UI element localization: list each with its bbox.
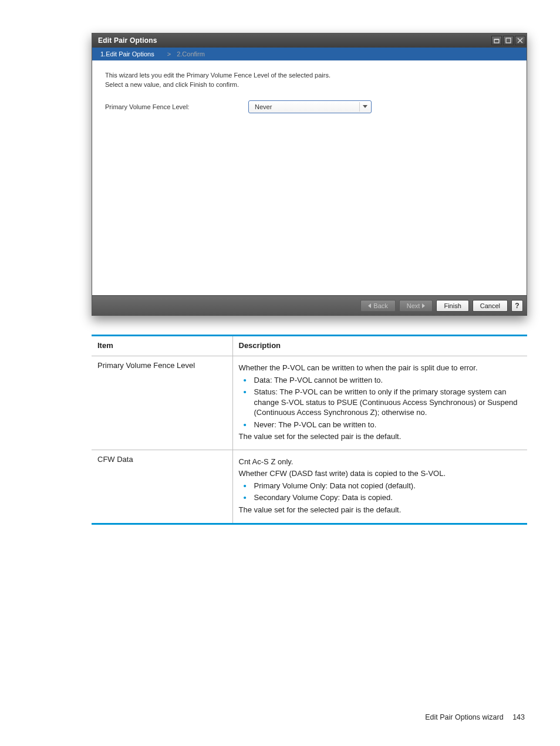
- finish-button[interactable]: Finish: [436, 300, 468, 312]
- table-row: CFW Data Cnt Ac-S Z only. Whether CFW (D…: [92, 450, 527, 524]
- fence-level-select[interactable]: Never: [248, 100, 372, 113]
- intro-text: This wizard lets you edit the Primary Vo…: [105, 71, 515, 90]
- next-button[interactable]: Next: [399, 300, 433, 312]
- dialog-footer: Back Next Finish Cancel ?: [92, 295, 527, 315]
- desc-bullet: Status: The P-VOL can be written to only…: [248, 387, 522, 418]
- desc-lead2: Cnt Ac-S Z only.: [239, 457, 522, 467]
- cancel-button[interactable]: Cancel: [473, 300, 508, 312]
- desc-trail: The value set for the selected pair is t…: [239, 431, 522, 442]
- desc-lead: Whether the P-VOL can be written to when…: [239, 363, 522, 373]
- th-desc: Description: [232, 336, 527, 356]
- item-cell: Primary Volume Fence Level: [92, 356, 232, 450]
- svg-rect-2: [506, 38, 511, 43]
- dialog-window: Edit Pair Options 1.Edit Pair Options > …: [92, 33, 527, 316]
- close-icon[interactable]: [515, 36, 525, 45]
- desc-bullet: Never: The P-VOL can be written to.: [248, 420, 522, 430]
- chevron-right-icon: [422, 303, 425, 308]
- desc-bullet: Secondary Volume Copy: Data is copied.: [248, 492, 522, 503]
- restore-icon[interactable]: [491, 36, 502, 45]
- fence-level-label: Primary Volume Fence Level:: [105, 103, 248, 110]
- step-2: 2.Confirm: [174, 50, 207, 58]
- step-1: 1.Edit Pair Options: [98, 50, 157, 58]
- desc-trail: The value set for the selected pair is t…: [239, 505, 522, 515]
- desc-cell: Cnt Ac-S Z only. Whether CFW (DASD fast …: [232, 450, 527, 524]
- help-button[interactable]: ?: [511, 300, 523, 312]
- chevron-down-icon: [359, 102, 370, 112]
- titlebar: Edit Pair Options: [92, 33, 527, 48]
- desc-bullet: Primary Volume Only: Data not copied (de…: [248, 481, 522, 491]
- intro-line-2: Select a new value, and click Finish to …: [105, 81, 239, 88]
- th-item: Item: [92, 336, 232, 356]
- chevron-left-icon: [368, 303, 371, 308]
- dialog-body: This wizard lets you edit the Primary Vo…: [92, 60, 527, 295]
- maximize-icon[interactable]: [503, 36, 514, 45]
- back-label: Back: [373, 302, 387, 309]
- table-row: Primary Volume Fence Level Whether the P…: [92, 356, 527, 450]
- intro-line-1: This wizard lets you edit the Primary Vo…: [105, 72, 330, 79]
- footer-text: Edit Pair Options wizard: [425, 713, 503, 721]
- page-number: 143: [512, 713, 525, 721]
- back-button[interactable]: Back: [360, 300, 395, 312]
- step-separator-icon: >: [167, 50, 171, 58]
- desc-lead: Whether CFW (DASD fast write) data is co…: [239, 468, 522, 479]
- description-table: Item Description Primary Volume Fence Le…: [92, 335, 527, 525]
- svg-marker-5: [363, 105, 367, 108]
- form-row-fence-level: Primary Volume Fence Level: Never: [105, 100, 515, 113]
- desc-bullet: Data: The P-VOL cannot be written to.: [248, 375, 522, 386]
- next-label: Next: [407, 302, 420, 309]
- page-footer: Edit Pair Options wizard 143: [425, 713, 525, 721]
- wizard-steps: 1.Edit Pair Options > 2.Confirm: [92, 48, 527, 60]
- desc-cell: Whether the P-VOL can be written to when…: [232, 356, 527, 450]
- item-cell: CFW Data: [92, 450, 232, 524]
- select-value: Never: [255, 103, 272, 110]
- dialog-title: Edit Pair Options: [98, 36, 490, 45]
